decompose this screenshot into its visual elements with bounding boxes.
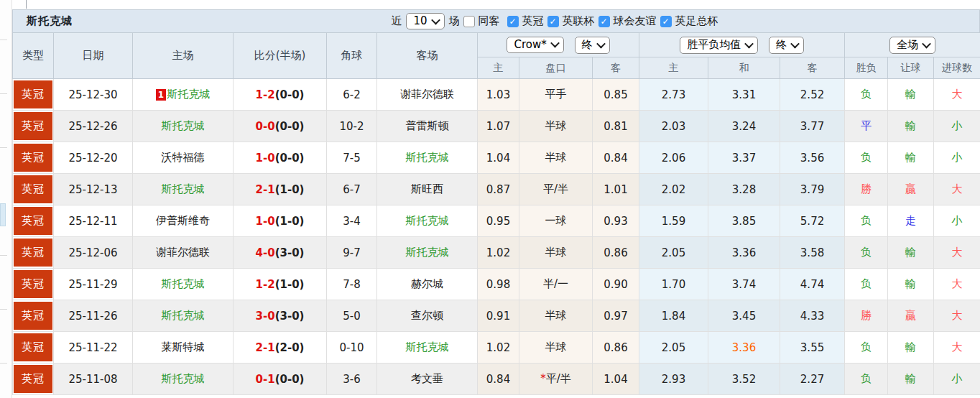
home-team-name: 莱斯特城 <box>162 341 205 353</box>
league-badge: 英冠 <box>14 365 52 393</box>
handicap-odds-group: Crow* 终 <box>478 33 639 57</box>
odds-time-select[interactable]: 终 <box>575 37 610 54</box>
avg-draw-odds-cell: 3.52 <box>708 364 780 395</box>
filter-controls: 近 10 场 同客 ✓ 英冠 ✓ 英联杯 ✓ 球会友谊 ✓ 英足总杯 <box>390 13 718 29</box>
avg-odds-select[interactable]: 胜平负均值 <box>680 37 758 54</box>
home-team-name: 斯托克城 <box>162 119 205 132</box>
result-value: 负 <box>861 151 872 164</box>
background-fragment <box>0 203 6 226</box>
goals-cell: 大 <box>934 269 980 300</box>
handicap-result-cell: 輸 <box>888 142 934 174</box>
avg-draw-odds: 3.36 <box>732 341 756 354</box>
avg-home-odds-cell: 2.02 <box>639 174 708 205</box>
league-checkbox-efl-cup[interactable]: ✓ <box>547 16 559 27</box>
half-time-score: (2-0) <box>275 341 305 354</box>
date-cell: 25-11-29 <box>54 269 133 300</box>
full-time-score: 1-2 <box>256 278 275 291</box>
date-cell: 25-12-20 <box>54 142 133 174</box>
corners-cell: 10-2 <box>327 111 377 142</box>
recent-count-value: 10 <box>413 14 427 27</box>
league-checkbox-fa-cup[interactable]: ✓ <box>660 16 672 27</box>
table-row: 英冠 25-11-26 斯托克城 3-0(3-0) 5-0 查尔顿 0.91 半… <box>13 300 980 332</box>
result-value: 负 <box>861 214 872 227</box>
handicap-line: 半/一 <box>543 277 568 290</box>
date-cell: 25-12-11 <box>54 205 133 237</box>
league-label: 英足总杯 <box>675 14 719 28</box>
home-team-name: 斯托克城 <box>162 309 205 322</box>
rank-badge: 1 <box>156 89 166 101</box>
result-cell: 负 <box>845 79 888 111</box>
result-cell: 负 <box>845 142 888 174</box>
home-team-name: 沃特福德 <box>162 151 205 164</box>
col-header-home: 主场 <box>133 33 234 79</box>
ah-home-odds-cell: 0.84 <box>478 364 519 395</box>
handicap-result-cell: 走 <box>888 205 934 237</box>
table-row: 英冠 25-12-13 斯托克城 2-1(1-0) 6-7 斯旺西 0.87 平… <box>13 174 980 205</box>
ah-home-odds-cell: 0.87 <box>478 174 519 205</box>
league-badge: 英冠 <box>14 333 52 361</box>
league-checkbox-club-friendly[interactable]: ✓ <box>598 16 610 27</box>
avg-home-odds-cell: 2.05 <box>639 332 708 364</box>
recent-count-select[interactable]: 10 <box>406 13 444 29</box>
goals-value: 大 <box>952 341 963 353</box>
table-row: 英冠 25-11-22 莱斯特城 2-1(2-0) 0-10 斯托克城 1.02… <box>13 332 980 364</box>
score-cell: 1-0(0-0) <box>234 142 327 174</box>
league-cell: 英冠 <box>13 174 54 205</box>
summary-bar: 近10场,胜2平1负7, 胜率: 20% 赢率: 20% 大:60% 单率:80… <box>12 395 980 398</box>
background-fragment <box>0 255 7 256</box>
same-away-label: 同客 <box>478 14 504 28</box>
avg-draw-odds-cell: 3.36 <box>708 237 780 269</box>
goals-cell: 大 <box>934 237 980 269</box>
odds-source-select[interactable]: Crow* <box>507 37 563 53</box>
ah-away-odds-cell: 0.85 <box>593 79 639 111</box>
score-cell: 2-1(2-0) <box>234 332 327 364</box>
home-cell: 斯托克城 <box>133 111 234 142</box>
date-cell: 25-11-08 <box>54 364 133 395</box>
handicap-line: 平/半 <box>543 182 568 195</box>
background-fragment <box>0 363 7 364</box>
table-row: 英冠 25-12-20 沃特福德 1-0(0-0) 7-5 斯托克城 1.04 … <box>13 142 980 174</box>
corners-cell: 6-2 <box>327 79 377 111</box>
scope-select[interactable]: 全场 <box>889 37 935 54</box>
avg-draw-odds-cell: 3.28 <box>708 174 780 205</box>
ah-away-odds-cell: 1.01 <box>593 174 639 205</box>
avg-draw-odds: 3.37 <box>732 152 756 165</box>
result-value: 负 <box>861 246 872 259</box>
avg-away-odds-cell: 3.56 <box>780 142 845 174</box>
corners-cell: 9-7 <box>327 237 377 269</box>
home-team-name: 斯托克城 <box>167 88 210 101</box>
team-history-panel: 斯托克城 近 10 场 同客 ✓ 英冠 ✓ 英联杯 ✓ 球会友谊 ✓ 英足总杯 <box>12 9 980 398</box>
away-team-name: 查尔顿 <box>411 309 443 322</box>
avg-home-odds-cell: 2.03 <box>639 111 708 142</box>
table-row: 英冠 25-12-26 斯托克城 0-0(0-0) 10-2 普雷斯顿 1.07… <box>13 111 980 142</box>
handicap-result-value: 輸 <box>905 119 916 132</box>
date-cell: 25-12-26 <box>54 111 133 142</box>
sub-header-result: 胜负 <box>845 57 888 79</box>
home-team-name: 斯托克城 <box>162 372 205 385</box>
away-team-name: 斯托克城 <box>406 341 449 353</box>
same-away-checkbox[interactable] <box>463 16 475 27</box>
ah-home-odds-cell: 1.04 <box>478 142 519 174</box>
background-fragment <box>0 309 7 310</box>
avg-time-select[interactable]: 终 <box>769 37 804 54</box>
home-cell: 斯托克城 <box>133 300 234 332</box>
games-label: 场 <box>448 14 461 28</box>
league-checkbox-championship[interactable]: ✓ <box>507 16 519 27</box>
goals-value: 小 <box>952 119 963 132</box>
avg-draw-odds-cell: 3.85 <box>708 205 780 237</box>
handicap-result-value: 輸 <box>905 341 916 353</box>
sub-header-handicap: 盘口 <box>519 57 593 79</box>
full-time-score: 1-2 <box>256 88 275 101</box>
avg-draw-odds-cell: 3.37 <box>708 142 780 174</box>
corners-cell: 7-8 <box>327 269 377 300</box>
table-header-groups: 类型 日期 主场 比分(半场) 角球 客场 Crow* 终 胜平负均值 终 全场 <box>13 33 980 57</box>
table-row: 英冠 25-12-06 谢菲尔德联 4-0(3-0) 9-7 斯托克城 1.02… <box>13 237 980 269</box>
home-team-name: 斯托克城 <box>162 182 205 195</box>
sub-header-ah-away: 客 <box>593 57 639 79</box>
goals-cell: 小 <box>934 205 980 237</box>
title-filter-bar: 斯托克城 近 10 场 同客 ✓ 英冠 ✓ 英联杯 ✓ 球会友谊 ✓ 英足总杯 <box>12 9 980 32</box>
handicap-result-cell: 贏 <box>888 174 934 205</box>
full-time-score: 2-1 <box>256 183 275 196</box>
avg-away-odds-cell: 4.33 <box>780 300 845 332</box>
league-badge: 英冠 <box>14 175 52 203</box>
